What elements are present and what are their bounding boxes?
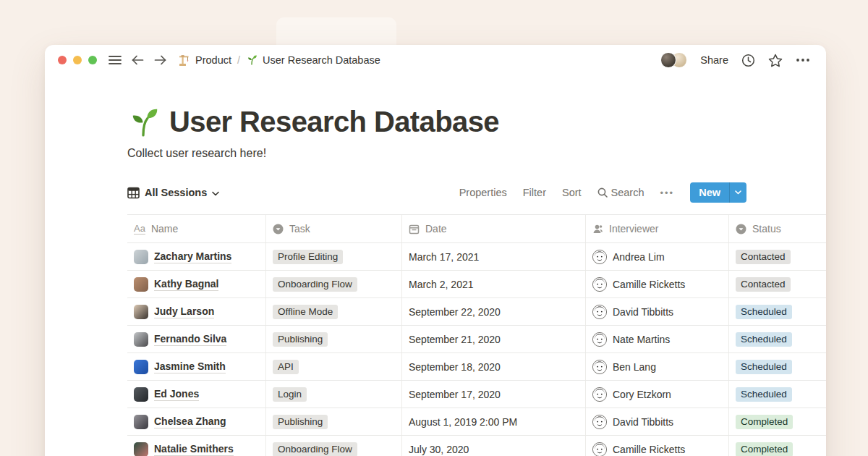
task-cell[interactable]: Onboarding Flow [266, 271, 402, 297]
task-cell[interactable]: API [266, 353, 402, 380]
person-name-link[interactable]: Jasmine Smith [154, 360, 226, 373]
task-cell[interactable]: Publishing [266, 408, 402, 435]
date-cell[interactable]: September 17, 2020 [402, 381, 586, 408]
interviewer-cell[interactable]: Camille Ricketts [586, 271, 729, 297]
sidebar-toggle-icon[interactable] [109, 55, 122, 65]
task-cell[interactable]: Onboarding Flow [266, 436, 402, 456]
table-row: Fernando SilvaPublishingSeptember 21, 20… [127, 326, 826, 353]
column-header-interviewer[interactable]: Interviewer [586, 215, 729, 242]
sort-button[interactable]: Sort [562, 187, 582, 198]
interviewer-avatar [592, 442, 607, 456]
table-row: Ed JonesLoginSeptember 17, 2020Cory Etzk… [127, 381, 826, 408]
column-header-date[interactable]: Date [402, 215, 586, 242]
task-cell[interactable]: Publishing [266, 326, 402, 352]
date-cell[interactable]: July 30, 2020 [402, 436, 586, 456]
new-button-dropdown-icon[interactable] [729, 182, 746, 203]
column-header-task[interactable]: Task [266, 215, 402, 242]
favorite-star-icon[interactable] [768, 54, 783, 67]
task-cell[interactable]: Profile Editing [266, 243, 402, 270]
share-button[interactable]: Share [700, 54, 728, 66]
interviewer-cell[interactable]: Cory Etzkorn [586, 381, 729, 408]
search-icon [597, 187, 608, 198]
status-cell[interactable]: Contacted [729, 243, 826, 270]
status-badge: Scheduled [736, 387, 792, 402]
column-header-name[interactable]: AaName [127, 215, 266, 242]
sessions-table: AaNameTaskDateInterviewerStatus Zachary … [127, 214, 826, 456]
table-row: Judy LarsonOffline ModeSeptember 22, 202… [127, 298, 826, 326]
text-icon: Aa [134, 224, 145, 235]
properties-button[interactable]: Properties [459, 187, 507, 198]
date-cell[interactable]: August 1, 2019 2:00 PM [402, 408, 586, 435]
status-cell[interactable]: Scheduled [729, 298, 826, 325]
person-name-link[interactable]: Chelsea Zhang [154, 415, 226, 428]
interviewer-name: Camille Ricketts [613, 279, 685, 290]
date-cell[interactable]: September 22, 2020 [402, 298, 586, 325]
name-cell[interactable]: Fernando Silva [127, 326, 266, 352]
view-switcher[interactable]: All Sessions [127, 186, 219, 199]
date-cell[interactable]: September 18, 2020 [402, 353, 586, 380]
task-cell[interactable]: Offline Mode [266, 298, 402, 325]
table-row: Zachary MartinsProfile EditingMarch 17, … [127, 243, 826, 271]
interviewer-name: David Tibbitts [613, 416, 673, 428]
status-badge: Contacted [736, 250, 791, 264]
nav-forward-icon[interactable] [154, 55, 166, 65]
interviewer-cell[interactable]: Camille Ricketts [586, 436, 729, 456]
select-icon [273, 224, 284, 235]
nav-back-icon[interactable] [132, 55, 144, 65]
status-cell[interactable]: Scheduled [729, 353, 826, 380]
person-name-link[interactable]: Kathy Bagnal [154, 278, 218, 291]
person-name-link[interactable]: Natalie Smithers [154, 443, 234, 456]
page-subtitle: Collect user research here! [127, 147, 826, 160]
name-cell[interactable]: Judy Larson [127, 298, 266, 325]
date-cell[interactable]: September 21, 2020 [402, 326, 586, 352]
status-badge: Completed [736, 442, 793, 456]
new-button-label[interactable]: New [690, 182, 729, 203]
interviewer-cell[interactable]: Ben Lang [586, 353, 729, 380]
interviewer-cell[interactable]: David Tibbitts [586, 298, 729, 325]
status-cell[interactable]: Completed [729, 408, 826, 435]
column-header-label: Name [151, 223, 178, 235]
task-badge: Profile Editing [273, 250, 343, 264]
collaborator-avatars[interactable] [660, 52, 687, 68]
interviewer-cell[interactable]: Nate Martins [586, 326, 729, 352]
name-cell[interactable]: Jasmine Smith [127, 353, 266, 380]
zoom-window-button[interactable] [88, 56, 97, 64]
minimize-window-button[interactable] [73, 56, 82, 64]
breadcrumb-workspace[interactable]: Product [195, 54, 231, 66]
view-more-options-icon[interactable]: ••• [660, 187, 675, 198]
status-cell[interactable]: Scheduled [729, 326, 826, 352]
page-emoji-seedling-icon[interactable] [127, 106, 159, 138]
history-clock-icon[interactable] [741, 54, 755, 67]
task-badge: API [273, 360, 299, 374]
name-cell[interactable]: Natalie Smithers [127, 436, 266, 456]
name-cell[interactable]: Zachary Martins [127, 243, 266, 270]
search-button[interactable]: Search [597, 187, 644, 198]
name-cell[interactable]: Kathy Bagnal [127, 271, 266, 297]
filter-button[interactable]: Filter [523, 187, 546, 198]
person-name-link[interactable]: Zachary Martins [154, 250, 231, 263]
interviewer-avatar [592, 332, 607, 347]
close-window-button[interactable] [58, 56, 67, 64]
interviewer-cell[interactable]: Andrea Lim [586, 243, 729, 270]
breadcrumb: Product / User Research Database [178, 54, 380, 67]
interviewer-cell[interactable]: David Tibbitts [586, 408, 729, 435]
date-cell[interactable]: March 2, 2021 [402, 271, 586, 297]
status-cell[interactable]: Contacted [729, 271, 826, 297]
status-cell[interactable]: Scheduled [729, 381, 826, 408]
more-options-icon[interactable] [796, 58, 810, 62]
task-cell[interactable]: Login [266, 381, 402, 408]
column-header-status[interactable]: Status [729, 215, 826, 242]
table-row: Kathy BagnalOnboarding FlowMarch 2, 2021… [127, 271, 826, 298]
new-button[interactable]: New [690, 182, 746, 203]
date-cell[interactable]: March 17, 2021 [402, 243, 586, 270]
person-name-link[interactable]: Judy Larson [154, 305, 214, 318]
person-icon [592, 224, 603, 235]
breadcrumb-page[interactable]: User Research Database [263, 54, 380, 66]
name-cell[interactable]: Chelsea Zhang [127, 408, 266, 435]
person-name-link[interactable]: Ed Jones [154, 388, 199, 401]
status-cell[interactable]: Completed [729, 436, 826, 456]
person-name-link[interactable]: Fernando Silva [154, 333, 226, 346]
person-photo-avatar [134, 277, 148, 292]
person-photo-avatar [134, 332, 148, 347]
name-cell[interactable]: Ed Jones [127, 381, 266, 408]
